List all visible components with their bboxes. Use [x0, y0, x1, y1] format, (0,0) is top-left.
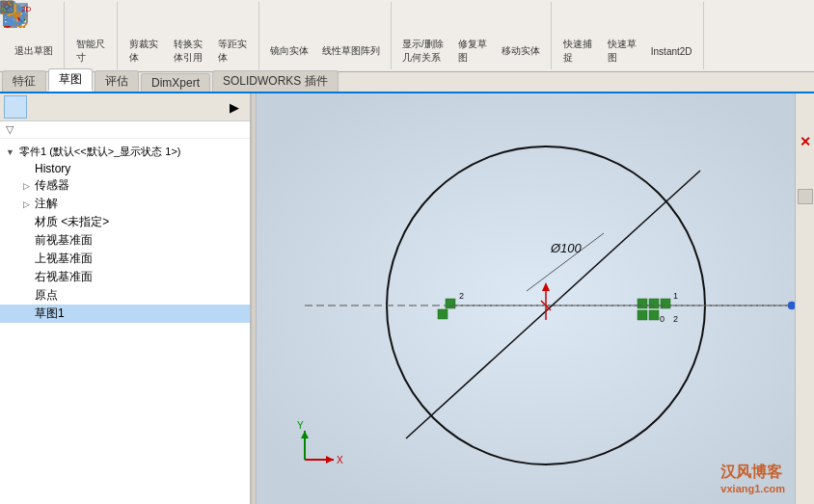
sidebar-expand-button[interactable]: ▶	[223, 95, 246, 119]
quick-snap-icon	[562, 7, 593, 38]
watermark: 汉风博客 vxiang1.com	[720, 463, 785, 494]
history-label: History	[35, 162, 70, 175]
move-solid-button[interactable]: 移动实体	[495, 11, 547, 61]
tab-evaluate[interactable]: 评估	[95, 70, 139, 92]
filter-row	[0, 121, 250, 139]
annotation-label: 注解	[35, 196, 58, 212]
constraint-box-3	[638, 299, 647, 308]
right-redo-button[interactable]	[798, 116, 813, 131]
tree-item-sketch1[interactable]: 草图1	[0, 305, 250, 323]
mirror-solid-button[interactable]: 镜向实体	[263, 11, 315, 61]
exit-sketch-label: 退出草图	[14, 44, 53, 58]
front-plane-label: 前视基准面	[35, 232, 93, 249]
constraint-box-1	[446, 299, 455, 308]
tab-dimxpert[interactable]: DimXpert	[141, 73, 210, 92]
constraint-box-6	[638, 310, 647, 320]
sidebar-tree-button[interactable]	[4, 95, 27, 119]
svg-text:Y: Y	[297, 420, 304, 431]
convert-entity-button[interactable]: 转换实体引用	[166, 4, 210, 67]
cut-solid-button[interactable]: 剪裁实体	[122, 4, 166, 67]
tree-item-top-plane[interactable]: 上视基准面	[0, 250, 250, 268]
sidebar-display-button[interactable]	[79, 95, 102, 119]
move-solid-icon	[505, 13, 536, 44]
filter-icon	[6, 123, 14, 136]
sketch1-label: 草图1	[35, 305, 65, 322]
mirror-solid-icon	[274, 13, 305, 44]
repair-sketch-icon	[457, 7, 488, 38]
toolbar-group-snap: 快速捕捉 快速草图 2D Instant2D	[552, 2, 704, 69]
convert-entity-label: 转换实体引用	[174, 38, 203, 65]
point-label-2-right: 2	[673, 314, 678, 324]
mirror-solid-label: 镜向实体	[270, 44, 309, 58]
annotation-expander[interactable]: ▷	[23, 199, 35, 209]
smart-dim-button[interactable]: 智能尺寸	[68, 4, 113, 67]
canvas-background: Ø100 2 1	[257, 93, 795, 504]
show-delete-label: 显示/删除几何关系	[402, 38, 444, 65]
repair-sketch-label: 修复草图	[458, 38, 487, 65]
right-settings-button[interactable]	[798, 189, 813, 204]
tree-item-front-plane[interactable]: 前视基准面	[0, 231, 250, 250]
tab-features[interactable]: 特征	[2, 70, 46, 92]
right-grid-button[interactable]	[798, 152, 813, 168]
tree-item-right-plane[interactable]: 右视基准面	[0, 268, 250, 286]
repair-sketch-button[interactable]: 修复草图	[450, 4, 495, 67]
root-expander[interactable]: ▼	[6, 147, 17, 157]
tab-bar: 特征 草图 评估 DimXpert SOLIDWORKS 插件	[0, 72, 814, 93]
instant2d-label: Instant2D	[651, 46, 692, 57]
right-toolbar: ✕	[795, 93, 814, 504]
material-label: 材质 <未指定>	[35, 214, 109, 230]
right-close-button[interactable]: ✕	[798, 134, 813, 149]
cut-solid-label: 剪裁实体	[129, 38, 158, 65]
tab-solidworks-addins[interactable]: SOLIDWORKS 插件	[212, 70, 339, 92]
toolbar-group-mirror: 镜向实体 线性草图阵列	[259, 2, 392, 69]
quick-snap-button[interactable]: 快速捕捉	[556, 4, 600, 67]
svg-text:2D: 2D	[21, 5, 31, 13]
constraint-box-5	[661, 299, 670, 308]
right-plane-label: 右视基准面	[35, 269, 93, 285]
equidistant-button[interactable]: 等距实体	[210, 4, 255, 67]
top-plane-label: 上视基准面	[35, 251, 93, 267]
cut-solid-icon	[128, 7, 159, 38]
toolbar-group-relation: 显示/删除几何关系 修复草图 移动实体	[392, 2, 552, 69]
instant2d-icon: 2D	[656, 15, 687, 46]
sidebar-property-button[interactable]	[29, 95, 52, 119]
move-solid-label: 移动实体	[502, 44, 540, 58]
dimension-label: Ø100	[550, 241, 583, 255]
point-label-0: 0	[660, 314, 665, 324]
sidebar: ▶ ▼ 零件1 (默认<<默认>_显示状态 1>)	[0, 93, 251, 504]
sidebar-config-button[interactable]	[54, 95, 77, 119]
part-name-label: 零件1 (默认<<默认>_显示状态 1>)	[19, 145, 181, 159]
right-color-button[interactable]	[798, 171, 813, 186]
tree-item-origin[interactable]: 原点	[0, 286, 250, 305]
tree-item-annotation[interactable]: ▷ 注解	[0, 195, 250, 213]
sensor-label: 传感器	[35, 177, 69, 194]
point-label-1: 1	[673, 291, 678, 301]
tree-item-history[interactable]: History	[0, 161, 250, 176]
tab-sketch[interactable]: 草图	[48, 68, 93, 92]
sensor-expander[interactable]: ▷	[23, 181, 35, 191]
show-delete-button[interactable]: 显示/删除几何关系	[395, 4, 450, 67]
quick-snap-label: 快速捕捉	[563, 38, 592, 65]
part-root-item[interactable]: ▼ 零件1 (默认<<默认>_显示状态 1>)	[0, 143, 250, 161]
quick-view-button[interactable]: 快速草图	[600, 4, 644, 67]
constraint-box-2	[438, 309, 448, 319]
canvas-area[interactable]: Ø100 2 1	[257, 93, 795, 504]
linear-pattern-button[interactable]: 线性草图阵列	[315, 11, 387, 61]
tree-item-sensor[interactable]: ▷ 传感器	[0, 176, 250, 195]
main-toolbar: 退出草图 智能尺寸 剪裁实	[0, 0, 814, 72]
toolbar-group-dim: 智能尺寸	[65, 2, 118, 69]
point-label-2-left: 2	[459, 291, 464, 301]
drawing-canvas[interactable]: Ø100 2 1	[257, 93, 795, 504]
tree-item-material[interactable]: 材质 <未指定>	[0, 213, 250, 231]
constraint-box-7	[649, 310, 659, 320]
watermark-text: 汉风博客	[720, 463, 785, 483]
convert-entity-icon	[173, 7, 204, 38]
sidebar-icon-bar: ▶	[0, 93, 250, 121]
svg-text:X: X	[337, 455, 343, 465]
quick-view-icon	[607, 7, 638, 38]
sidebar-appear-button[interactable]	[104, 95, 127, 119]
right-undo-button[interactable]	[798, 97, 813, 113]
equidistant-label: 等距实体	[218, 38, 247, 65]
instant2d-button[interactable]: 2D Instant2D	[644, 13, 699, 60]
settings-icon	[0, 0, 14, 13]
